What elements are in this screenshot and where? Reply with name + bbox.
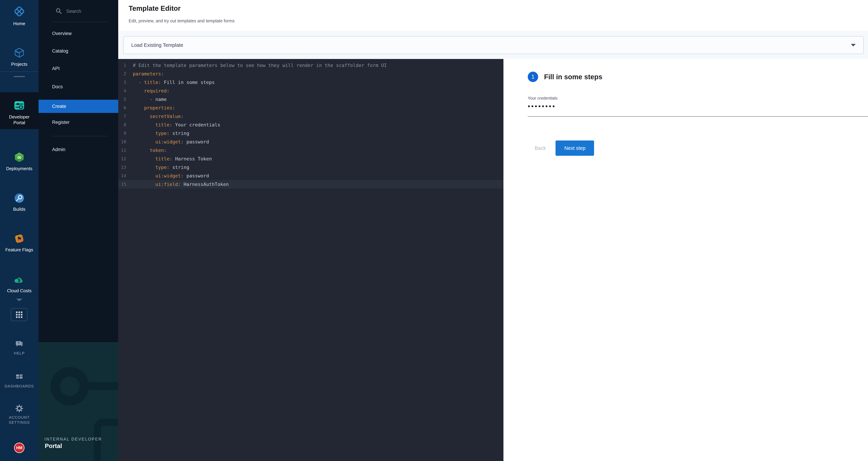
search-placeholder: Search xyxy=(66,9,81,14)
code-line-14[interactable]: 14 ui:widget: password xyxy=(118,171,503,180)
developer-portal-icon xyxy=(14,100,25,112)
user-avatar[interactable]: HM xyxy=(14,442,25,453)
line-number: 13 xyxy=(118,165,126,170)
sidebar-item-label: Home xyxy=(13,21,25,27)
code-text: properties: xyxy=(133,105,175,110)
page-title: Template Editor xyxy=(129,4,181,12)
sidebar-item-dashboards[interactable]: DASHBOARDS xyxy=(0,373,38,389)
line-number: 6 xyxy=(118,105,126,110)
code-line-11[interactable]: 11 token: xyxy=(118,146,503,155)
sidebar-item-label: Projects xyxy=(11,61,27,67)
module-picker-button[interactable] xyxy=(11,308,27,321)
sidebar-item-label: Cloud Costs xyxy=(7,288,32,294)
code-line-9[interactable]: 9 type: string xyxy=(118,129,503,137)
line-number: 5 xyxy=(118,97,126,102)
code-line-4[interactable]: 4 required: xyxy=(118,87,503,95)
code-line-3[interactable]: 3 - title: Fill in some steps xyxy=(118,78,503,87)
gear-icon xyxy=(15,404,23,413)
code-line-10[interactable]: 10 ui:widget: password xyxy=(118,137,503,146)
line-number: 3 xyxy=(118,80,126,85)
credentials-password-input[interactable]: •••••••• xyxy=(528,103,556,110)
help-chat-icon: ? xyxy=(15,340,24,349)
code-text: type: string xyxy=(133,165,189,170)
code-line-6[interactable]: 6 properties: xyxy=(118,103,503,112)
sidebar-item-help[interactable]: ? HELP xyxy=(0,340,38,356)
sidebar-item-label: Deployments xyxy=(6,166,32,171)
search-input[interactable]: Search xyxy=(38,5,118,18)
wizard-buttons: Back Next step xyxy=(535,140,594,156)
code-text: - title: Fill in some steps xyxy=(133,79,215,85)
circuit-decoration xyxy=(51,367,89,405)
deployments-hexagon-icon: ∞ xyxy=(14,152,25,163)
brand-eyebrow: INTERNAL DEVELOPER xyxy=(44,437,102,441)
line-number: 1 xyxy=(118,63,126,68)
line-number: 12 xyxy=(118,156,126,161)
nav-divider xyxy=(52,136,107,136)
sidebar-item-label: Builds xyxy=(13,206,26,212)
code-line-8[interactable]: 8 title: Your credentials xyxy=(118,121,503,129)
drag-handle[interactable] xyxy=(13,76,25,77)
sidebar-item-register[interactable]: Register xyxy=(52,119,70,125)
sidebar-item-create[interactable]: Create xyxy=(38,100,118,113)
sidebar-item-projects[interactable]: Projects xyxy=(0,47,38,67)
svg-text:$: $ xyxy=(18,277,21,283)
harness-home-icon xyxy=(13,5,26,19)
editor-and-preview: 1# Edit the template parameters below to… xyxy=(118,59,868,461)
input-underline xyxy=(528,116,868,117)
code-editor[interactable]: 1# Edit the template parameters below to… xyxy=(118,59,503,461)
line-number: 7 xyxy=(118,114,126,119)
sidebar-item-label: DASHBOARDS xyxy=(4,384,34,389)
form-preview-panel: 1 Fill in some steps Your credentials ••… xyxy=(503,59,868,461)
cube-icon xyxy=(14,47,25,59)
code-text: token: xyxy=(133,147,167,153)
load-template-select[interactable]: Load Existing Template xyxy=(123,36,864,54)
dropdown-caret-icon xyxy=(851,44,856,46)
line-number: 8 xyxy=(118,122,126,127)
code-text: type: string xyxy=(133,131,189,136)
code-text: ui:field: HarnessAuthToken xyxy=(133,182,229,187)
code-text: parameters: xyxy=(133,71,164,76)
sidebar-item-feature-flags[interactable]: ⚑ Feature Flags xyxy=(0,233,38,253)
sidebar-item-label: Feature Flags xyxy=(5,247,33,253)
step-number-badge: 1 xyxy=(528,72,538,82)
portal-brand-footer: INTERNAL DEVELOPER Portal xyxy=(38,342,118,461)
sidebar-item-home[interactable]: Home xyxy=(0,5,38,27)
brand-title: Portal xyxy=(45,442,62,449)
code-text: title: Your credentials xyxy=(133,122,220,128)
sidebar-item-account-settings[interactable]: ACCOUNT SETTINGS xyxy=(0,404,38,425)
avatar-initials: HM xyxy=(16,446,22,450)
code-line-1[interactable]: 1# Edit the template parameters below to… xyxy=(118,61,503,70)
sidebar-item-developer-portal[interactable]: Developer Portal xyxy=(0,100,38,126)
credentials-field-label: Your credentials xyxy=(528,96,557,101)
code-text: required: xyxy=(133,88,169,94)
step-title: Fill in some steps xyxy=(544,73,602,81)
code-line-15[interactable]: 15 ui:field: HarnessAuthToken xyxy=(118,180,503,189)
svg-text:?: ? xyxy=(18,341,20,345)
sidebar-item-deployments[interactable]: ∞ Deployments xyxy=(0,152,38,171)
back-button[interactable]: Back xyxy=(535,145,546,151)
sidebar-item-overview[interactable]: Overview xyxy=(52,31,72,36)
sidebar-item-api[interactable]: API xyxy=(52,66,60,71)
code-line-2[interactable]: 2parameters: xyxy=(118,70,503,78)
code-text: ui:widget: password xyxy=(133,173,209,178)
sidebar-item-cloud-costs[interactable]: $ Cloud Costs xyxy=(0,275,38,294)
code-line-12[interactable]: 12 title: Harness Token xyxy=(118,155,503,163)
chevron-down-icon[interactable] xyxy=(16,299,22,301)
cloud-dollar-icon: $ xyxy=(14,275,25,286)
line-number: 15 xyxy=(118,182,126,187)
sidebar-item-builds[interactable]: Builds xyxy=(0,193,38,212)
app-root: Home Projects xyxy=(0,0,868,461)
sidebar-item-catalog[interactable]: Catalog xyxy=(52,48,68,54)
code-text: secretValue: xyxy=(133,113,184,119)
next-step-button[interactable]: Next step xyxy=(556,140,594,156)
line-number: 2 xyxy=(118,71,126,76)
line-number: 14 xyxy=(118,173,126,178)
code-line-13[interactable]: 13 type: string xyxy=(118,163,503,171)
code-line-5[interactable]: 5 - name xyxy=(118,95,503,103)
sidebar-item-admin[interactable]: Admin xyxy=(52,146,65,153)
line-number: 4 xyxy=(118,88,126,93)
code-line-7[interactable]: 7 secretValue: xyxy=(118,112,503,121)
portal-sidebar: Search Overview Catalog API Docs Create … xyxy=(38,0,118,461)
code-text: ui:widget: password xyxy=(133,139,209,144)
sidebar-item-docs[interactable]: Docs xyxy=(52,84,63,90)
